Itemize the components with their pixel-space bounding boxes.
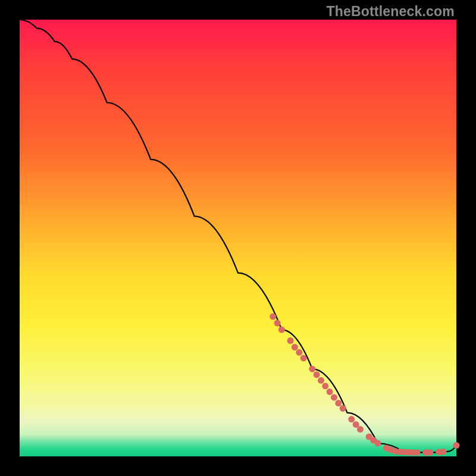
marker-dot <box>278 327 285 333</box>
marker-dot <box>287 337 294 344</box>
marker-dot <box>296 349 302 356</box>
marker-dot <box>348 416 355 422</box>
marker-dot <box>327 389 333 395</box>
marker-dot <box>335 400 342 406</box>
marker-dot <box>314 371 320 378</box>
marker-dot <box>414 449 420 456</box>
chart-svg <box>20 20 456 456</box>
chart-canvas: TheBottleneck.com <box>0 0 476 476</box>
watermark-label: TheBottleneck.com <box>326 4 455 20</box>
marker-dot <box>374 440 381 447</box>
marker-dot <box>292 344 298 350</box>
marker-dot <box>340 405 346 412</box>
marker-dot <box>318 377 324 384</box>
marker-dot <box>440 449 447 455</box>
curve-path <box>20 20 456 452</box>
marker-dot <box>357 426 364 433</box>
marker-dot <box>274 320 281 327</box>
marker-group <box>270 314 459 456</box>
marker-dot <box>309 366 315 372</box>
marker-dot <box>270 314 276 320</box>
marker-dot <box>322 383 328 389</box>
marker-dot <box>300 355 307 361</box>
marker-dot <box>427 449 434 456</box>
marker-dot <box>331 394 337 400</box>
marker-dot <box>453 442 460 449</box>
